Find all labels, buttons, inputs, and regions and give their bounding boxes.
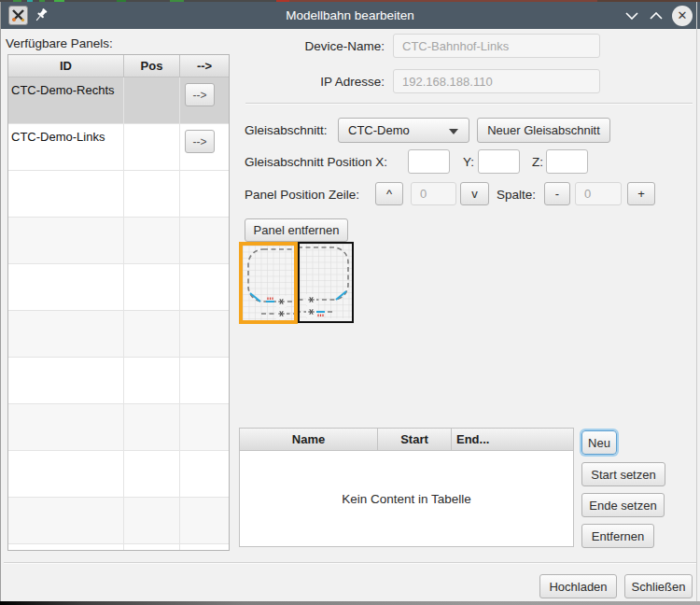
cell-panel-move: --> — [180, 124, 229, 171]
column-value-field[interactable]: 0 — [575, 182, 622, 205]
cell-panel-pos — [124, 124, 180, 171]
table-row-empty[interactable] — [8, 498, 229, 544]
new-segment-button[interactable]: Neu — [581, 430, 617, 455]
table-cell-empty — [124, 171, 180, 218]
spalte-label: Spalte: — [497, 188, 536, 202]
gleisabschnitt-position-label: Gleisabschnitt Position X: — [245, 155, 387, 169]
row-up-button[interactable]: ^ — [375, 182, 403, 205]
row-down-button[interactable]: v — [460, 182, 489, 205]
close-window-button[interactable]: ✕ — [672, 6, 693, 26]
table-cell-empty — [8, 451, 124, 498]
window-title: Modellbahn bearbeiten — [0, 2, 700, 29]
ip-address-label: IP Adresse: — [245, 75, 385, 89]
available-panels-empty-rows — [8, 171, 229, 551]
table-cell-empty — [124, 218, 180, 264]
cell-panel-move: --> — [180, 77, 229, 124]
table-row-empty[interactable] — [8, 264, 229, 311]
table-cell-empty — [180, 358, 229, 404]
maximize-window-icon[interactable] — [646, 7, 666, 25]
table-cell-empty — [180, 264, 229, 311]
column-header-name[interactable]: Name — [240, 429, 378, 451]
titlebar[interactable]: Modellbahn bearbeiten ✕ — [0, 2, 700, 29]
track-panel-thumbnail-right[interactable] — [298, 242, 354, 323]
close-dialog-button[interactable]: Schließen — [624, 574, 693, 598]
gleisabschnitt-dropdown[interactable]: CTC-Demo — [338, 118, 469, 143]
table-empty-placeholder: Kein Content in Tabelle — [240, 451, 573, 546]
position-y-field[interactable] — [478, 149, 520, 174]
table-cell-empty — [124, 311, 180, 358]
table-row-empty[interactable] — [8, 358, 229, 404]
table-cell-empty — [8, 498, 124, 544]
table-row-empty[interactable] — [8, 218, 229, 264]
table-cell-empty — [8, 218, 124, 264]
table-row-empty[interactable] — [8, 451, 229, 498]
table-row-empty[interactable] — [8, 171, 229, 218]
position-y-label: Y: — [463, 155, 474, 169]
table-cell-empty — [180, 544, 229, 551]
table-cell-empty — [124, 264, 180, 311]
position-x-field[interactable] — [408, 149, 450, 174]
track-panel-thumbnail-left-selected[interactable] — [239, 242, 298, 324]
table-cell-empty — [124, 498, 180, 544]
cell-panel-pos — [124, 77, 180, 124]
column-plus-button[interactable]: + — [627, 182, 655, 205]
column-header-pos[interactable]: Pos — [124, 55, 180, 77]
ip-address-field[interactable]: 192.168.188.110 — [393, 69, 600, 93]
table-row-empty[interactable] — [8, 544, 229, 551]
available-panels-label: Verfügbare Panels: — [6, 36, 113, 50]
position-z-label: Z: — [532, 155, 543, 169]
device-name-label: Device-Name: — [245, 39, 385, 53]
application-window: Modellbahn bearbeiten ✕ Verfügbare Panel… — [0, 0, 700, 605]
shade-window-icon[interactable] — [622, 7, 642, 25]
table-row-empty[interactable] — [8, 311, 229, 358]
column-header-end[interactable]: End... — [452, 429, 573, 451]
table-cell-empty — [124, 404, 180, 451]
table-cell-empty — [124, 544, 180, 551]
table-cell-empty — [180, 404, 229, 451]
table-row-ctc-demo-links[interactable]: CTC-Demo-Links --> — [8, 124, 229, 171]
move-panel-button[interactable]: --> — [185, 83, 215, 106]
chevron-down-icon — [449, 129, 458, 134]
table-cell-empty — [124, 358, 180, 404]
table-row-empty[interactable] — [8, 404, 229, 451]
move-panel-button[interactable]: --> — [185, 130, 215, 153]
available-panels-table: ID Pos --> CTC-Demo-Rechts --> CTC-Demo-… — [7, 54, 230, 551]
column-header-id[interactable]: ID — [8, 55, 124, 77]
window-border-left — [0, 2, 1, 602]
table-row-ctc-demo-rechts[interactable]: CTC-Demo-Rechts --> — [8, 77, 229, 124]
table-cell-empty — [8, 171, 124, 218]
separator — [4, 562, 696, 564]
cell-panel-id: CTC-Demo-Links — [8, 124, 124, 171]
panel-remove-button[interactable]: Panel entfernen — [245, 218, 348, 242]
table-header-row: ID Pos --> — [8, 55, 229, 77]
segments-table-header: Name Start End... — [240, 429, 573, 451]
segments-table: Name Start End... Kein Content in Tabell… — [239, 428, 574, 547]
table-cell-empty — [8, 264, 124, 311]
column-header-move[interactable]: --> — [180, 55, 229, 77]
table-cell-empty — [180, 311, 229, 358]
table-cell-empty — [8, 358, 124, 404]
separator — [245, 103, 693, 105]
table-cell-empty — [8, 404, 124, 451]
column-minus-button[interactable]: - — [544, 182, 570, 205]
table-cell-empty — [8, 311, 124, 358]
position-z-field[interactable] — [546, 149, 588, 174]
column-header-start[interactable]: Start — [378, 429, 452, 451]
device-name-field[interactable]: CTC-Bahnhof-Links — [393, 34, 600, 58]
dropdown-selected-value: CTC-Demo — [348, 123, 410, 137]
panel-position-zeile-label: Panel Position Zeile: — [245, 188, 359, 202]
upload-button[interactable]: Hochladen — [539, 574, 617, 598]
table-cell-empty — [180, 498, 229, 544]
table-cell-empty — [124, 451, 180, 498]
cell-panel-id: CTC-Demo-Rechts — [8, 77, 124, 124]
table-cell-empty — [180, 218, 229, 264]
window-border-bottom — [0, 601, 700, 605]
window-border-right — [696, 2, 697, 602]
remove-segment-button[interactable]: Entfernen — [581, 524, 654, 548]
set-start-button[interactable]: Start setzen — [581, 462, 665, 486]
set-end-button[interactable]: Ende setzen — [581, 493, 665, 517]
new-gleisabschnitt-button[interactable]: Neuer Gleisabschnitt — [477, 118, 610, 143]
table-cell-empty — [8, 544, 124, 551]
row-value-field[interactable]: 0 — [411, 182, 456, 205]
table-cell-empty — [180, 451, 229, 498]
